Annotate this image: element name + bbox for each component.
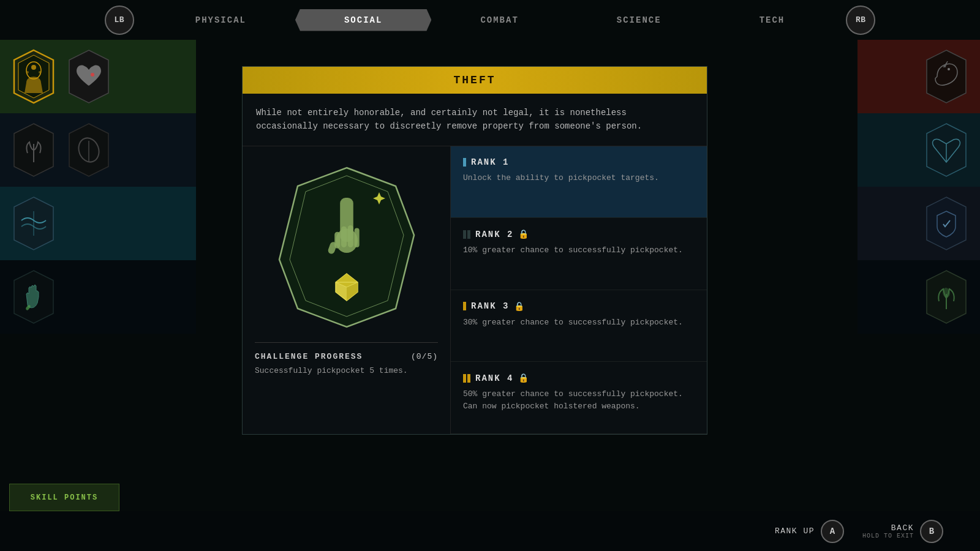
back-text-group: BACK HOLD TO EXIT xyxy=(862,523,914,539)
back-label: BACK xyxy=(862,523,914,533)
right-badge-shield[interactable] xyxy=(922,196,971,251)
skill-title: THEFT xyxy=(453,74,496,86)
svg-rect-28 xyxy=(341,227,347,247)
rank-2-header: RANK 2 🔒 xyxy=(463,229,695,239)
rank-bar-2a xyxy=(463,230,466,239)
rank-4-title: RANK 4 xyxy=(475,373,513,383)
rank-4-header: RANK 4 🔒 xyxy=(463,373,695,383)
sidebar-row-4 xyxy=(0,260,196,334)
right-badge-bird[interactable] xyxy=(922,49,971,104)
nav-tabs: PHYSICAL SOCIAL COMBAT SCIENCE TECH xyxy=(146,9,834,31)
back-action[interactable]: BACK HOLD TO EXIT B xyxy=(862,520,943,543)
right-badge-wing[interactable] xyxy=(922,122,971,178)
sidebar-row-3 xyxy=(0,187,196,260)
skill-image-area: CHALLENGE PROGRESS (0/5) Successfully pi… xyxy=(243,146,451,434)
rank-up-text-group: RANK UP xyxy=(775,527,815,536)
rank-1-title: RANK 1 xyxy=(471,157,509,167)
right-sidebar-row-2 xyxy=(858,113,980,187)
rank-up-action[interactable]: RANK UP A xyxy=(775,520,844,543)
rank-2-bars xyxy=(463,230,470,239)
svg-rect-30 xyxy=(354,228,359,247)
bottom-bar: RANK UP A BACK HOLD TO EXIT B xyxy=(0,511,980,551)
rank-bar-3a xyxy=(463,302,466,310)
skill-points-button[interactable]: SKILL POINTS xyxy=(9,484,119,511)
challenge-header: CHALLENGE PROGRESS (0/5) xyxy=(255,352,438,361)
skill-points-label: SKILL POINTS xyxy=(31,493,98,502)
rank-3-desc: 30% greater chance to successfully pickp… xyxy=(463,317,695,329)
right-sidebar-row-4 xyxy=(858,260,980,334)
rank-bar-2b xyxy=(467,230,470,239)
tab-physical[interactable]: PHYSICAL xyxy=(146,9,295,31)
left-sidebar xyxy=(0,40,196,551)
panel-content: CHALLENGE PROGRESS (0/5) Successfully pi… xyxy=(243,146,707,434)
challenge-section: CHALLENGE PROGRESS (0/5) Successfully pi… xyxy=(255,342,438,375)
lb-button[interactable]: LB xyxy=(105,6,134,35)
rank-3-lock: 🔒 xyxy=(514,301,524,312)
sidebar-badge-plant[interactable] xyxy=(9,122,58,178)
svg-marker-20 xyxy=(927,197,966,250)
svg-point-5 xyxy=(39,71,41,73)
right-sidebar xyxy=(858,40,980,551)
challenge-desc: Successfully pickpocket 5 times. xyxy=(255,366,438,375)
sidebar-badge-heart[interactable] xyxy=(64,49,113,104)
rank-bar-4b xyxy=(467,374,470,383)
rank-2[interactable]: RANK 2 🔒 10% greater chance to successfu… xyxy=(451,218,707,290)
right-sidebar-row-1 xyxy=(858,40,980,113)
svg-point-3 xyxy=(31,65,36,70)
rank-2-title: RANK 2 xyxy=(475,230,513,239)
right-badge-plant2[interactable] xyxy=(922,269,971,324)
tab-combat[interactable]: COMBAT xyxy=(431,9,567,31)
svg-point-17 xyxy=(948,68,950,70)
rank-2-desc: 10% greater chance to successfully pickp… xyxy=(463,244,695,257)
rank-3-title: RANK 3 xyxy=(471,301,509,311)
rank-3[interactable]: RANK 3 🔒 30% greater chance to successfu… xyxy=(451,290,707,362)
sidebar-badge-wave[interactable] xyxy=(9,196,58,251)
rank-1-header: RANK 1 xyxy=(463,157,695,167)
rank-bar-4a xyxy=(463,374,466,383)
right-sidebar-row-3 xyxy=(858,187,980,260)
tab-tech[interactable]: TECH xyxy=(710,9,834,31)
sidebar-row-2 xyxy=(0,113,196,187)
skill-description: While not entirely honorable, and certai… xyxy=(243,94,707,146)
svg-marker-16 xyxy=(927,50,966,103)
sidebar-badge-hand[interactable] xyxy=(9,269,58,324)
challenge-label: CHALLENGE PROGRESS xyxy=(255,352,363,361)
rank-up-button[interactable]: A xyxy=(821,520,844,543)
challenge-count: (0/5) xyxy=(411,352,438,361)
rank-1-bars xyxy=(463,158,466,167)
main-panel: THEFT While not entirely honorable, and … xyxy=(242,66,707,435)
svg-point-4 xyxy=(26,71,29,73)
rank-1[interactable]: RANK 1 Unlock the ability to pickpocket … xyxy=(451,146,707,219)
rank-3-bars xyxy=(463,302,466,310)
sidebar-row-1 xyxy=(0,40,196,113)
rank-4-lock: 🔒 xyxy=(518,373,529,383)
tab-social[interactable]: SOCIAL xyxy=(295,9,431,31)
rank-4[interactable]: RANK 4 🔒 50% greater chance to successfu… xyxy=(451,362,707,434)
rank-up-label: RANK UP xyxy=(775,527,815,536)
rank-3-header: RANK 3 🔒 xyxy=(463,301,695,312)
skill-title-bar: THEFT xyxy=(243,67,707,94)
tab-science[interactable]: SCIENCE xyxy=(568,9,710,31)
skill-hexagon-image xyxy=(276,165,417,330)
rank-1-desc: Unlock the ability to pickpocket targets… xyxy=(463,172,695,184)
svg-point-8 xyxy=(91,73,94,77)
top-navigation: LB PHYSICAL SOCIAL COMBAT SCIENCE TECH R… xyxy=(0,0,980,40)
sidebar-badge-torso[interactable] xyxy=(9,49,58,104)
rank-2-lock: 🔒 xyxy=(518,229,529,239)
svg-rect-29 xyxy=(347,225,353,247)
sidebar-badge-leaf[interactable] xyxy=(64,122,113,178)
back-button[interactable]: B xyxy=(920,520,943,543)
rank-4-desc: 50% greater chance to successfully pickp… xyxy=(463,388,695,412)
back-sub-label: HOLD TO EXIT xyxy=(862,533,914,539)
ranks-area: RANK 1 Unlock the ability to pickpocket … xyxy=(451,146,707,434)
rb-button[interactable]: RB xyxy=(846,6,875,35)
rank-bar-1 xyxy=(463,158,466,167)
rank-4-bars xyxy=(463,374,470,383)
